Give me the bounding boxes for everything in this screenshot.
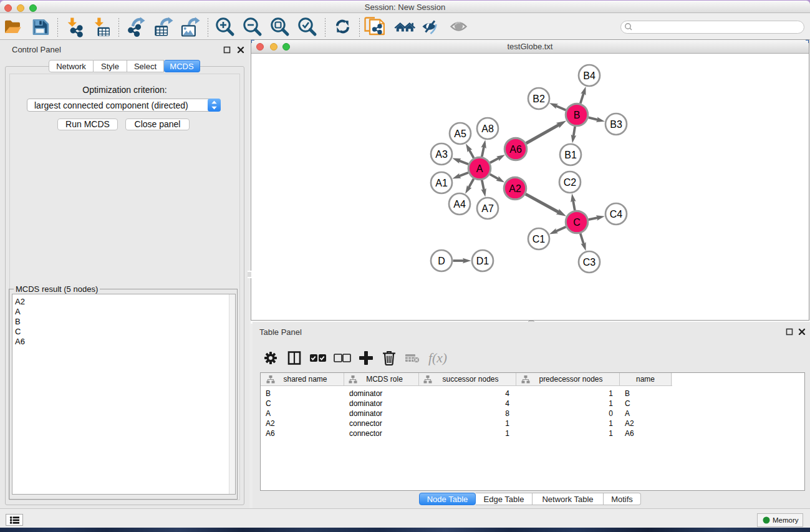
svg-text:C4: C4 [610,209,623,220]
svg-text:A1: A1 [435,178,448,188]
svg-text:f(x): f(x) [428,351,447,365]
svg-text:A8: A8 [481,123,494,134]
svg-text:A4: A4 [453,199,466,210]
svg-text:C1: C1 [533,234,546,244]
svg-text:A5: A5 [454,128,466,139]
svg-text:C2: C2 [564,177,577,188]
svg-text:B3: B3 [610,119,622,130]
svg-text:Memory: Memory [773,516,799,524]
svg-text:A2: A2 [509,183,521,194]
svg-text:B4: B4 [583,70,595,81]
svg-text:A6: A6 [509,144,522,155]
svg-text:B2: B2 [533,94,545,104]
svg-text:A7: A7 [481,203,494,214]
svg-text:A: A [476,163,483,174]
svg-text:B: B [574,110,581,120]
svg-text:B1: B1 [564,150,577,160]
svg-text:C3: C3 [583,257,596,268]
svg-text:A3: A3 [435,149,448,160]
svg-text:D: D [438,256,445,266]
svg-text:D1: D1 [476,256,489,266]
svg-text:C: C [573,217,581,228]
